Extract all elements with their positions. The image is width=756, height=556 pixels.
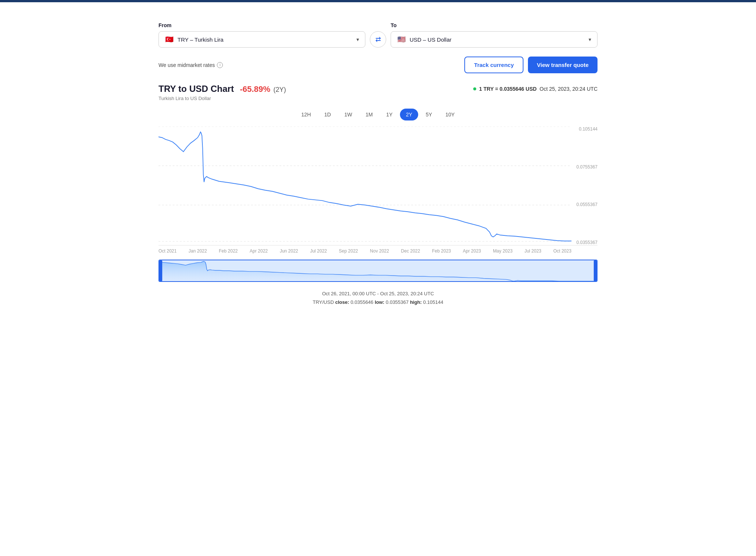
- stats-low-value: 0.0355367: [386, 299, 409, 305]
- midmarket-text: We use midmarket rates: [158, 62, 215, 68]
- stats-high-label: high:: [410, 299, 423, 305]
- chart-title: TRY to USD Chart: [158, 84, 234, 94]
- chart-period: (2Y): [273, 86, 286, 94]
- from-label: From: [158, 22, 365, 28]
- x-label-jul23: Jul 2023: [525, 248, 541, 254]
- x-label-jan22: Jan 2022: [189, 248, 207, 254]
- live-rate-value: 1 TRY = 0.0355646 USD: [479, 86, 537, 92]
- x-label-dec22: Dec 2022: [401, 248, 420, 254]
- to-label: To: [391, 22, 598, 28]
- date-range-info: Oct 26, 2021, 00:00 UTC - Oct 25, 2023, …: [158, 289, 598, 307]
- stats-low-label: low:: [375, 299, 386, 305]
- y-axis: 0.105144 0.0755367 0.0555367 0.0355367: [571, 126, 598, 245]
- chart-change: -65.89%: [240, 84, 270, 94]
- pair-label: TRY/USD: [313, 299, 334, 305]
- x-label-feb23: Feb 2023: [432, 248, 451, 254]
- tab-1m[interactable]: 1M: [359, 109, 378, 120]
- svg-rect-6: [594, 260, 597, 281]
- chart-svg-wrapper: [158, 126, 571, 245]
- tab-1y[interactable]: 1Y: [380, 109, 398, 120]
- mini-chart[interactable]: [158, 260, 598, 282]
- time-tabs: 12H 1D 1W 1M 1Y 2Y 5Y 10Y: [158, 109, 598, 120]
- x-label-oct23: Oct 2023: [553, 248, 571, 254]
- tab-5y[interactable]: 5Y: [420, 109, 438, 120]
- from-selector-group: From 🇹🇷 TRY – Turkish Lira ▾: [158, 22, 365, 48]
- x-label-nov22: Nov 2022: [370, 248, 389, 254]
- y-label-mid1: 0.0755367: [574, 164, 598, 170]
- try-flag: 🇹🇷: [165, 36, 174, 43]
- tab-12h[interactable]: 12H: [295, 109, 317, 120]
- usd-flag: 🇺🇸: [397, 36, 406, 43]
- x-label-jul22: Jul 2022: [310, 248, 327, 254]
- live-dot: [473, 87, 476, 90]
- track-currency-button[interactable]: Track currency: [464, 57, 523, 73]
- chart-area: 0.105144 0.0755367 0.0555367 0.0355367: [158, 126, 598, 245]
- tab-10y[interactable]: 10Y: [439, 109, 461, 120]
- x-label-feb22: Feb 2022: [219, 248, 238, 254]
- x-label-apr22: Apr 2022: [250, 248, 268, 254]
- x-label-oct21: Oct 2021: [158, 248, 177, 254]
- from-currency-name: TRY – Turkish Lira: [177, 36, 224, 43]
- live-rate: 1 TRY = 0.0355646 USD Oct 25, 2023, 20:2…: [473, 86, 598, 92]
- to-currency-select[interactable]: 🇺🇸 USD – US Dollar ▾: [391, 31, 598, 48]
- from-currency-select[interactable]: 🇹🇷 TRY – Turkish Lira ▾: [158, 31, 365, 48]
- svg-marker-4: [159, 261, 597, 281]
- x-label-jun22: Jun 2022: [280, 248, 298, 254]
- x-label-apr23: Apr 2023: [463, 248, 481, 254]
- chart-subtitle: Turkish Lira to US Dollar: [158, 96, 598, 101]
- live-rate-time: Oct 25, 2023, 20:24 UTC: [539, 86, 598, 92]
- to-chevron-icon: ▾: [589, 36, 591, 42]
- tab-2y[interactable]: 2Y: [400, 109, 418, 120]
- info-icon[interactable]: i: [217, 62, 223, 68]
- x-label-may23: May 2023: [493, 248, 513, 254]
- x-axis: Oct 2021 Jan 2022 Feb 2022 Apr 2022 Jun …: [158, 245, 598, 254]
- stats-close-label: close:: [335, 299, 350, 305]
- y-label-top: 0.105144: [574, 126, 598, 132]
- to-selector-group: To 🇺🇸 USD – US Dollar ▾: [391, 22, 598, 48]
- view-transfer-button[interactable]: View transfer quote: [528, 57, 598, 73]
- tab-1w[interactable]: 1W: [338, 109, 358, 120]
- date-range-text: Oct 26, 2021, 00:00 UTC - Oct 25, 2023, …: [158, 289, 598, 298]
- to-currency-name: USD – US Dollar: [410, 36, 452, 43]
- svg-rect-5: [159, 260, 162, 281]
- mini-chart-svg: [159, 260, 597, 281]
- date-range-stats: TRY/USD close: 0.0355646 low: 0.0355367 …: [158, 298, 598, 306]
- stats-high-value: 0.105144: [423, 299, 443, 305]
- chart-container: 0.105144 0.0755367 0.0555367 0.0355367 O…: [158, 126, 598, 254]
- y-label-mid2: 0.0555367: [574, 202, 598, 207]
- stats-close-value: 0.0355646: [350, 299, 373, 305]
- swap-button[interactable]: ⇄: [370, 31, 386, 48]
- y-label-bottom: 0.0355367: [574, 240, 598, 245]
- x-label-sep22: Sep 2022: [339, 248, 358, 254]
- midmarket-info: We use midmarket rates i: [158, 62, 223, 68]
- from-chevron-icon: ▾: [356, 36, 359, 42]
- chart-svg: [158, 126, 571, 245]
- tab-1d[interactable]: 1D: [318, 109, 337, 120]
